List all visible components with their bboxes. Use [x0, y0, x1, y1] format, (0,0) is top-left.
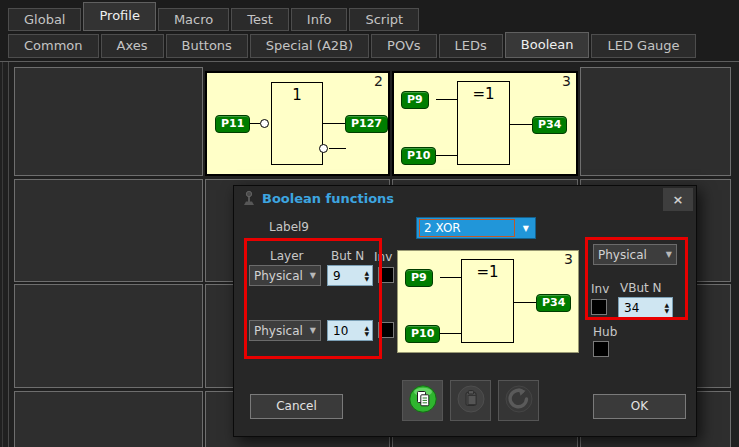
wire	[510, 124, 532, 125]
tab-script[interactable]: Script	[349, 8, 419, 31]
wire	[436, 99, 457, 100]
wire	[514, 302, 536, 303]
boolean-functions-dialog: Boolean functions × Label9 2 XOR ▼ Layer…	[233, 185, 697, 437]
cell-index: 2	[374, 73, 383, 89]
panel-border-line	[8, 62, 9, 447]
spinner-down-icon[interactable]: ▼	[664, 308, 669, 314]
layer-header: Layer	[270, 249, 303, 263]
wire	[440, 277, 461, 278]
layer-value-1: Physical	[254, 269, 307, 283]
output-layer-select[interactable]: Physical ▼	[593, 244, 677, 265]
xor-gate: =1	[457, 81, 510, 165]
input-pin: P9	[405, 269, 433, 287]
wire	[329, 148, 346, 149]
xor-diagram-preview: 3 =1 P9 P10 P34	[398, 251, 578, 352]
ok-button[interactable]: OK	[593, 394, 686, 419]
cell-index: 3	[562, 73, 571, 89]
tab-test[interactable]: Test	[231, 8, 289, 31]
output-inv-checkbox[interactable]	[591, 299, 607, 315]
tab-povs[interactable]: POVs	[371, 34, 437, 58]
tab-special-a2b[interactable]: Special (A2B)	[250, 34, 369, 58]
grid-cell-empty[interactable]	[14, 179, 203, 282]
butn-header: But N	[331, 249, 364, 263]
input-pin: P11	[215, 115, 250, 133]
inverter-bubble-icon	[319, 144, 328, 153]
gate-label: =1	[458, 85, 509, 103]
output-pin: P34	[532, 116, 567, 134]
reset-button[interactable]	[498, 380, 539, 421]
paste-icon	[456, 384, 486, 418]
copy-button[interactable]	[402, 380, 443, 421]
butn-spinner-2[interactable]: 10 ▲ ▼	[327, 320, 373, 341]
chevron-down-icon: ▼	[310, 326, 316, 335]
reset-icon	[504, 384, 534, 418]
tab-boolean[interactable]: Boolean	[505, 32, 590, 58]
vbutn-spinner[interactable]: 34 ▲ ▼	[618, 297, 673, 319]
xor-diagram: 3 =1 P9 P10 P34	[394, 73, 576, 174]
hub-checkbox[interactable]	[593, 341, 609, 357]
input-pin: P10	[401, 147, 436, 165]
function-type-select[interactable]: 2 XOR ▼	[416, 217, 536, 239]
inverter-bubble-icon	[260, 119, 269, 128]
tab-leds[interactable]: LEDs	[439, 34, 503, 58]
grid-cell-empty[interactable]	[14, 391, 203, 447]
tab-info[interactable]: Info	[291, 8, 348, 31]
grid-cell-empty[interactable]	[14, 284, 203, 388]
input-pin: P9	[401, 91, 429, 109]
panel-border-line	[2, 62, 3, 447]
grid-cell-empty[interactable]	[580, 67, 731, 176]
xor-gate: =1	[461, 259, 514, 343]
chevron-down-icon: ▼	[666, 250, 672, 259]
not-diagram: 2 1 P11 P127	[207, 73, 388, 174]
butn-spinner-1[interactable]: 9 ▲ ▼	[327, 265, 373, 286]
inv-checkbox-2[interactable]	[378, 322, 394, 338]
spinner-arrows: ▲ ▼	[364, 270, 372, 282]
grid-cell-empty[interactable]	[14, 67, 203, 176]
tab-buttons[interactable]: Buttons	[166, 34, 248, 58]
wire	[436, 155, 457, 156]
inv-header-right: Inv	[591, 282, 609, 296]
tab-profile[interactable]: Profile	[83, 2, 155, 31]
cancel-button[interactable]: Cancel	[250, 394, 343, 419]
dialog-title: Boolean functions	[262, 191, 394, 206]
spinner-arrows: ▲ ▼	[664, 302, 672, 314]
spinner-down-icon[interactable]: ▼	[364, 276, 369, 282]
joystick-icon	[242, 190, 256, 211]
function-type-value: 2 XOR	[419, 219, 515, 237]
output-pin: P34	[536, 294, 571, 312]
paste-button[interactable]	[450, 380, 491, 421]
spinner-down-icon[interactable]: ▼	[364, 331, 369, 337]
close-icon[interactable]: ×	[663, 188, 693, 211]
function-preview: 3 =1 P9 P10 P34	[397, 250, 579, 353]
main-tabbar: Global Profile Macro Test Info Script	[0, 0, 739, 31]
tab-macro[interactable]: Macro	[158, 8, 229, 31]
tab-global[interactable]: Global	[8, 8, 81, 31]
inv-checkbox-1[interactable]	[378, 267, 394, 283]
butn-value-2: 10	[328, 324, 364, 338]
layer-select-2[interactable]: Physical ▼	[249, 320, 321, 341]
chevron-down-icon: ▼	[523, 224, 529, 233]
vbutn-header: VBut N	[620, 281, 662, 295]
input-pin: P10	[405, 325, 440, 343]
wire	[323, 123, 345, 124]
butn-value-1: 9	[328, 269, 364, 283]
hub-label: Hub	[593, 325, 617, 339]
function-name-label: Label9	[269, 220, 309, 234]
boolean-cell-2[interactable]: 2 1 P11 P127	[205, 71, 390, 176]
layer-select-1[interactable]: Physical ▼	[249, 265, 321, 286]
tab-led-gauge[interactable]: LED Gauge	[591, 34, 695, 58]
output-pin: P127	[345, 115, 388, 133]
cell-index: 3	[564, 251, 573, 267]
inv-header-left: Inv	[374, 250, 392, 264]
layer-value-2: Physical	[254, 324, 307, 338]
output-layer-value: Physical	[598, 248, 663, 262]
app-window: Global Profile Macro Test Info Script Co…	[0, 0, 739, 447]
tab-common[interactable]: Common	[8, 34, 99, 58]
boolean-cell-3[interactable]: 3 =1 P9 P10 P34	[392, 71, 578, 176]
gate-label: 1	[272, 86, 322, 104]
wire	[440, 333, 461, 334]
spinner-arrows: ▲ ▼	[364, 325, 372, 337]
copy-icon	[408, 384, 438, 418]
gate-label: =1	[462, 263, 513, 281]
tab-axes[interactable]: Axes	[101, 34, 164, 58]
